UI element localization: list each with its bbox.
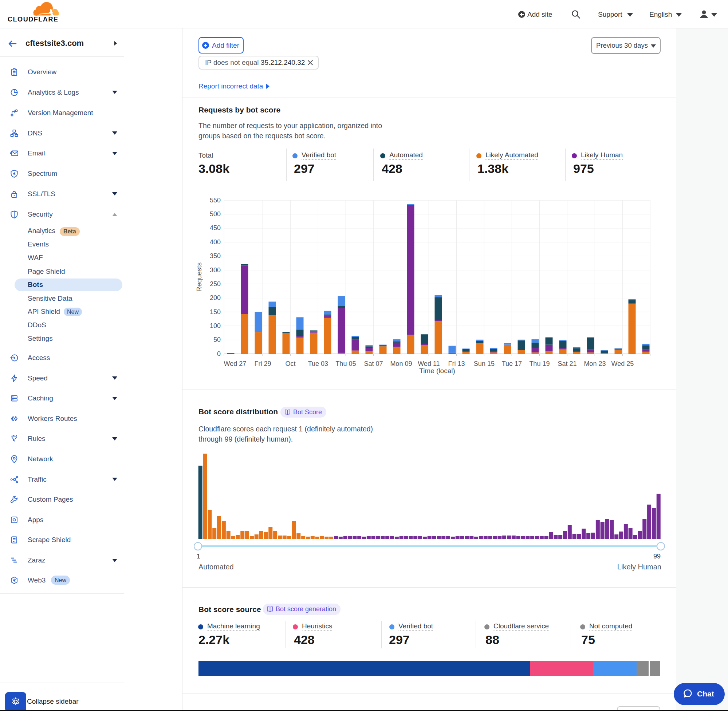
svg-text:Requests: Requests (195, 263, 203, 292)
svg-text:Mon 09: Mon 09 (390, 360, 412, 367)
svg-text:Thu 05: Thu 05 (335, 360, 356, 367)
svg-text:350: 350 (210, 252, 221, 260)
svg-text:Mon 23: Mon 23 (584, 360, 605, 367)
svg-text:Oct: Oct (285, 360, 295, 367)
svg-text:Wed 25: Wed 25 (611, 360, 634, 367)
svg-text:300: 300 (210, 267, 221, 274)
svg-text:150: 150 (210, 308, 221, 316)
svg-text:50: 50 (213, 336, 221, 343)
svg-text:Time (local): Time (local) (419, 367, 455, 375)
svg-text:Sun 15: Sun 15 (474, 360, 495, 367)
svg-text:100: 100 (210, 322, 221, 329)
svg-text:Fri 29: Fri 29 (254, 360, 271, 367)
svg-text:Wed 11: Wed 11 (418, 360, 440, 367)
svg-text:Fri 13: Fri 13 (448, 360, 465, 367)
svg-text:250: 250 (210, 280, 221, 288)
svg-text:500: 500 (210, 210, 221, 218)
svg-text:200: 200 (210, 294, 221, 301)
svg-text:450: 450 (210, 224, 221, 232)
svg-text:Sat 07: Sat 07 (364, 360, 383, 367)
svg-text:400: 400 (210, 239, 221, 246)
svg-text:Tue 03: Tue 03 (308, 360, 328, 367)
svg-text:Wed 27: Wed 27 (224, 360, 247, 367)
svg-text:Tue 17: Tue 17 (502, 360, 522, 367)
svg-text:Thu 19: Thu 19 (529, 360, 549, 367)
svg-text:Sat 21: Sat 21 (558, 360, 576, 367)
svg-text:550: 550 (210, 196, 221, 204)
svg-text:0: 0 (217, 350, 221, 357)
